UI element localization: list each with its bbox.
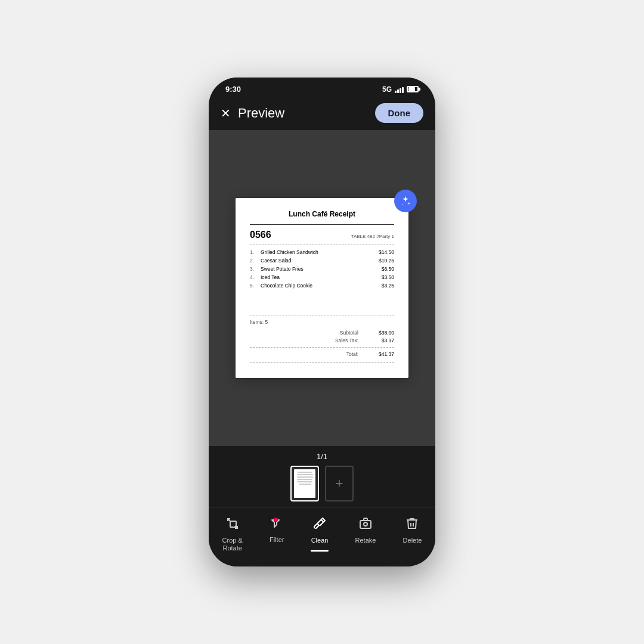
item-price: $3.25 xyxy=(382,283,394,289)
tax-row: Sales Tax: $3.37 xyxy=(250,338,394,343)
tl5 xyxy=(297,481,312,482)
filter-notification-dot xyxy=(274,518,278,522)
tool-delete[interactable]: Delete xyxy=(396,514,429,547)
retake-icon xyxy=(358,516,373,534)
receipt-items-list: 1. Grilled Chicken Sandwich $14.50 2. Ca… xyxy=(250,249,394,289)
tool-retake[interactable]: Retake xyxy=(348,514,383,547)
add-page-button[interactable]: + xyxy=(325,466,354,501)
retake-label: Retake xyxy=(355,537,376,544)
signal-bars-icon xyxy=(395,86,404,93)
ai-enhance-button[interactable] xyxy=(394,190,417,212)
thumb-inner-1 xyxy=(294,469,315,498)
battery-icon xyxy=(407,86,419,92)
bar3 xyxy=(400,88,401,93)
receipt-title: Lunch Café Receipt xyxy=(250,210,394,218)
filter-label: Filter xyxy=(270,536,284,544)
close-button[interactable]: ✕ xyxy=(221,106,231,120)
receipt-dotted-divider-3 xyxy=(250,347,394,348)
item-left: 4. Iced Tea xyxy=(250,274,280,280)
tax-label: Sales Tax: xyxy=(335,338,358,343)
tl3 xyxy=(297,476,313,478)
items-count: Items: 5 xyxy=(250,319,394,325)
total-value: $41.37 xyxy=(370,351,394,357)
item-price: $14.50 xyxy=(379,249,394,255)
item-left: 2. Caesar Salad xyxy=(250,258,292,264)
crop-rotate-label: Crop &Rotate xyxy=(222,537,243,552)
thumbnail-row: + xyxy=(290,466,354,501)
receipt-dotted-divider-1 xyxy=(250,244,394,244)
item-left: 3. Sweet Potato Fries xyxy=(250,266,304,272)
tl2 xyxy=(297,474,313,475)
bottom-toolbar: Crop &Rotate Filter Clean xyxy=(209,507,435,566)
done-button[interactable]: Done xyxy=(375,103,424,123)
item-number: 3. xyxy=(250,266,258,272)
top-bar-left: ✕ Preview xyxy=(221,106,284,121)
receipt-footer: Items: 5 Subtotal $38.00 Sales Tax: $3.3… xyxy=(250,319,394,363)
tl4 xyxy=(297,479,312,480)
tax-value: $3.37 xyxy=(370,338,394,343)
item-name: Chocolate Chip Cookie xyxy=(261,283,312,289)
phone-shell: 9:30 5G ✕ Preview Done xyxy=(209,78,435,566)
page-title: Preview xyxy=(238,106,284,121)
item-number: 5. xyxy=(250,283,258,289)
item-number: 1. xyxy=(250,249,258,255)
item-name: Sweet Potato Fries xyxy=(261,266,304,272)
battery-fill xyxy=(408,87,415,91)
tool-crop-rotate[interactable]: Crop &Rotate xyxy=(215,514,250,555)
item-price: $10.25 xyxy=(379,258,394,264)
status-icons: 5G xyxy=(382,85,419,94)
clean-icon xyxy=(312,516,327,534)
total-label: Total: xyxy=(346,351,358,357)
main-content: Lunch Café Receipt 0566 TABLE 482 #Party… xyxy=(209,130,435,446)
subtotal-row: Subtotal $38.00 xyxy=(250,330,394,336)
tl1 xyxy=(298,472,312,473)
item-left: 5. Chocolate Chip Cookie xyxy=(250,283,312,289)
svg-point-4 xyxy=(364,522,367,526)
delete-label: Delete xyxy=(403,537,422,544)
item-price: $6.50 xyxy=(382,266,394,272)
top-bar: ✕ Preview Done xyxy=(209,98,435,130)
receipt-dotted-divider-2 xyxy=(250,315,394,315)
total-row: Total: $41.37 xyxy=(250,351,394,357)
receipt-spacer xyxy=(250,293,394,311)
subtotal-value: $38.00 xyxy=(370,330,394,336)
order-number: 0566 xyxy=(250,230,271,240)
camera-notch xyxy=(318,85,326,93)
bar4 xyxy=(402,87,404,93)
receipt-dotted-divider-4 xyxy=(250,362,394,363)
filter-icon xyxy=(270,516,284,534)
item-left: 1. Grilled Chicken Sandwich xyxy=(250,249,318,255)
receipt-paper: Lunch Café Receipt 0566 TABLE 482 #Party… xyxy=(236,198,408,378)
item-name: Iced Tea xyxy=(261,274,280,280)
bar2 xyxy=(397,89,399,93)
item-name: Grilled Chicken Sandwich xyxy=(261,249,318,255)
thumbnail-strip: 1/1 + xyxy=(209,446,435,507)
time-display: 9:30 xyxy=(225,85,241,94)
document-container: Lunch Café Receipt 0566 TABLE 482 #Party… xyxy=(209,130,435,446)
receipt-top-divider xyxy=(250,224,394,225)
delete-icon xyxy=(405,516,419,534)
tl6 xyxy=(299,484,311,485)
tool-clean[interactable]: Clean xyxy=(304,514,336,547)
receipt-item: 1. Grilled Chicken Sandwich $14.50 xyxy=(250,249,394,255)
receipt-item: 3. Sweet Potato Fries $6.50 xyxy=(250,266,394,272)
bar1 xyxy=(395,91,397,93)
subtotal-label: Subtotal xyxy=(340,330,358,336)
item-name: Caesar Salad xyxy=(261,258,292,264)
svg-rect-3 xyxy=(360,521,371,528)
receipt-item: 4. Iced Tea $3.50 xyxy=(250,274,394,280)
thumbnail-1[interactable] xyxy=(290,466,319,501)
page-counter: 1/1 xyxy=(317,452,327,461)
item-number: 2. xyxy=(250,258,258,264)
receipt-item: 2. Caesar Salad $10.25 xyxy=(250,258,394,264)
receipt-order-row: 0566 TABLE 482 #Party 1 xyxy=(250,230,394,240)
receipt-item: 5. Chocolate Chip Cookie $3.25 xyxy=(250,283,394,289)
tool-filter[interactable]: Filter xyxy=(262,514,291,546)
signal-label: 5G xyxy=(382,85,392,94)
svg-line-2 xyxy=(321,520,323,522)
crop-rotate-icon xyxy=(225,516,240,534)
item-number: 4. xyxy=(250,274,258,280)
clean-label: Clean xyxy=(311,537,329,544)
table-info: TABLE 482 #Party 1 xyxy=(351,234,394,239)
item-price: $3.50 xyxy=(382,274,394,280)
